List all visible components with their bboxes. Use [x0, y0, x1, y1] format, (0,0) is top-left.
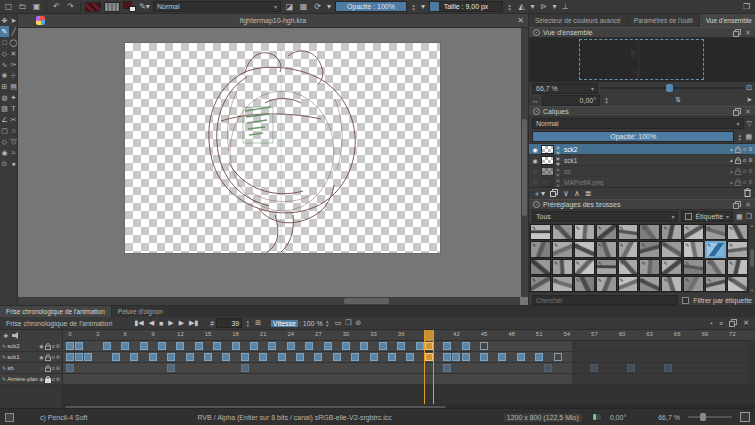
- layer-settings-icon[interactable]: ⚙: [56, 343, 60, 349]
- pin-to-timeline-icon[interactable]: ▴: [730, 179, 733, 185]
- brush-preset-39[interactable]: ✎: [705, 276, 726, 292]
- pin-to-timeline-icon[interactable]: ▴: [730, 168, 733, 174]
- move-layer-down-button[interactable]: ∨: [563, 189, 569, 198]
- close-icon[interactable]: ✕: [517, 16, 524, 25]
- tool-bezier[interactable]: ∿: [0, 59, 9, 70]
- keyframe-sck1-2[interactable]: [84, 353, 92, 361]
- tool-polyline[interactable]: ✕: [9, 48, 18, 59]
- undo-icon[interactable]: ↶: [51, 1, 62, 12]
- keyframe-sck1-15[interactable]: [204, 353, 212, 361]
- eye-visible-icon[interactable]: ◉: [39, 354, 43, 360]
- redo-icon[interactable]: ↷: [65, 1, 76, 12]
- pin-to-timeline-icon[interactable]: ▴: [730, 157, 733, 163]
- keyframe-sck2-26[interactable]: [305, 342, 313, 350]
- close-icon[interactable]: ✕: [743, 319, 749, 327]
- preserve-alpha-icon[interactable]: ▦: [298, 1, 309, 12]
- keyframe-sck1-11[interactable]: [167, 353, 175, 361]
- tool-ellipse[interactable]: ◯: [9, 37, 18, 48]
- chevron-down-icon[interactable]: ▾: [530, 1, 535, 12]
- filter-by-tag-checkbox[interactable]: [682, 297, 689, 304]
- brush-preset-10[interactable]: ✎: [727, 224, 748, 240]
- gradient-swatch[interactable]: [85, 2, 101, 12]
- opacity-slider[interactable]: Opacité : 100%: [335, 1, 407, 12]
- keyframe-sck2-38[interactable]: [416, 342, 424, 350]
- ruler-frame-60[interactable]: 60: [619, 331, 626, 337]
- ruler-frame-9[interactable]: 9: [151, 331, 154, 337]
- playback-speed-field[interactable]: Vitesse : 100 % ▴▾: [271, 319, 331, 327]
- tool-similar-select[interactable]: ≈: [9, 147, 18, 158]
- brush-preset-27[interactable]: ✎: [661, 259, 682, 275]
- tool-fill[interactable]: ◍: [0, 92, 9, 103]
- keyframe-sb-57[interactable]: [590, 364, 598, 372]
- timeline-row-Arrière-plan[interactable]: ✎Arrière-plan◉α⚙: [0, 374, 755, 385]
- pattern-swatch[interactable]: [104, 2, 120, 12]
- lock-icon[interactable]: [45, 365, 51, 372]
- float-docker-icon[interactable]: [733, 201, 741, 209]
- keyframe-sck2-16[interactable]: [213, 342, 221, 350]
- ruler-frame-3[interactable]: 3: [96, 331, 99, 337]
- keyframe-sck2-12[interactable]: [176, 342, 184, 350]
- keyframe-sck1-23[interactable]: [278, 353, 286, 361]
- eraser-mode-icon[interactable]: ◪: [284, 1, 295, 12]
- tool-outline-select[interactable]: ➰: [9, 136, 18, 147]
- keyframe-sck2-34[interactable]: [379, 342, 387, 350]
- brush-preset-23[interactable]: ✎: [574, 259, 595, 275]
- brush-preset-5[interactable]: ✎: [618, 224, 639, 240]
- keyframe-sck1-9[interactable]: [149, 353, 157, 361]
- keyframe-sck2-10[interactable]: [158, 342, 166, 350]
- ruler-frame-30[interactable]: 30: [343, 331, 350, 337]
- speed-spinner[interactable]: ▴▾: [324, 319, 331, 327]
- brush-preset-25[interactable]: ✎: [618, 259, 639, 275]
- brush-preset-15[interactable]: ✎: [618, 241, 639, 257]
- ruler-frame-12[interactable]: 12: [177, 331, 184, 337]
- brush-preset-1[interactable]: ✎: [530, 224, 551, 240]
- ruler-frame-42[interactable]: 42: [453, 331, 460, 337]
- keyframe-sck1-33[interactable]: [370, 353, 378, 361]
- tool-ellipse-select[interactable]: ○: [9, 125, 18, 136]
- fullscreen-icon[interactable]: [740, 412, 750, 422]
- layers-docker-header[interactable]: Calques ✕: [529, 106, 755, 117]
- eye-visible-icon[interactable]: ◉: [531, 146, 539, 153]
- layer-row-sb[interactable]: ○▣▣sb▴α⚙: [529, 166, 755, 177]
- layer-opacity-spinner[interactable]: ▴▾: [736, 133, 743, 141]
- float-docker-icon[interactable]: [733, 108, 741, 116]
- ruler-frame-24[interactable]: 24: [287, 331, 294, 337]
- brush-preset-18[interactable]: ✎: [683, 241, 704, 257]
- new-document-icon[interactable]: ▢: [3, 1, 14, 12]
- statusbar-rotation-value[interactable]: 0,00°: [610, 414, 626, 421]
- overview-zoom-dropdown[interactable]: 66,7 % ▾: [532, 83, 598, 94]
- tool-multibrush[interactable]: ⊹: [9, 70, 18, 81]
- close-icon[interactable]: ✕: [745, 201, 751, 209]
- keyframe-sck2-36[interactable]: [397, 342, 405, 350]
- ruler-frame-69[interactable]: 69: [701, 331, 708, 337]
- keyframe-sb-52[interactable]: [544, 364, 552, 372]
- eye-hidden-icon[interactable]: ○: [531, 179, 539, 185]
- eye-visible-icon[interactable]: ◉: [531, 157, 539, 164]
- eye-visible-icon[interactable]: ◉: [39, 343, 43, 349]
- timeline-row-sb[interactable]: ✎sb○α⚙: [0, 363, 755, 374]
- rotation-reset-icon[interactable]: ↔: [532, 97, 539, 104]
- ruler-frame-66[interactable]: 66: [674, 331, 681, 337]
- timeline-row-label-Arrière-plan[interactable]: ✎Arrière-plan◉α⚙: [0, 374, 63, 384]
- lock-icon[interactable]: [45, 354, 51, 361]
- layer-row-sck2[interactable]: ◉▣▣sck2▴α⚙: [529, 144, 755, 155]
- brush-preset-30[interactable]: ✎: [727, 259, 748, 275]
- eye-hidden-icon[interactable]: ○: [531, 168, 539, 174]
- keyframe-sb-11[interactable]: [167, 364, 175, 372]
- keyframe-sck2-24[interactable]: [287, 342, 295, 350]
- docker-tab-2[interactable]: Paramètres de l'outil: [628, 14, 700, 27]
- audio-icon[interactable]: [12, 332, 20, 339]
- canvas-rotation-field[interactable]: 0,00°: [542, 95, 600, 106]
- close-icon[interactable]: ✕: [745, 29, 751, 37]
- timeline-frames-Arrière-plan[interactable]: [63, 374, 755, 384]
- lock-icon[interactable]: [45, 376, 51, 383]
- rotation-spinner[interactable]: ▴▾: [603, 96, 610, 104]
- tool-polygon-select[interactable]: ◇: [0, 136, 9, 147]
- keyframe-sck1-45[interactable]: [480, 353, 488, 361]
- statusbar-zoom-slider[interactable]: [688, 416, 732, 418]
- brush-preset-3[interactable]: ✎: [574, 224, 595, 240]
- keyframe-sck1-7[interactable]: [130, 353, 138, 361]
- brush-preset-21[interactable]: ✎: [530, 259, 551, 275]
- layer-opacity-slider[interactable]: Opacité: 100%: [532, 131, 734, 142]
- layer-style-icon[interactable]: ⚙: [748, 146, 753, 152]
